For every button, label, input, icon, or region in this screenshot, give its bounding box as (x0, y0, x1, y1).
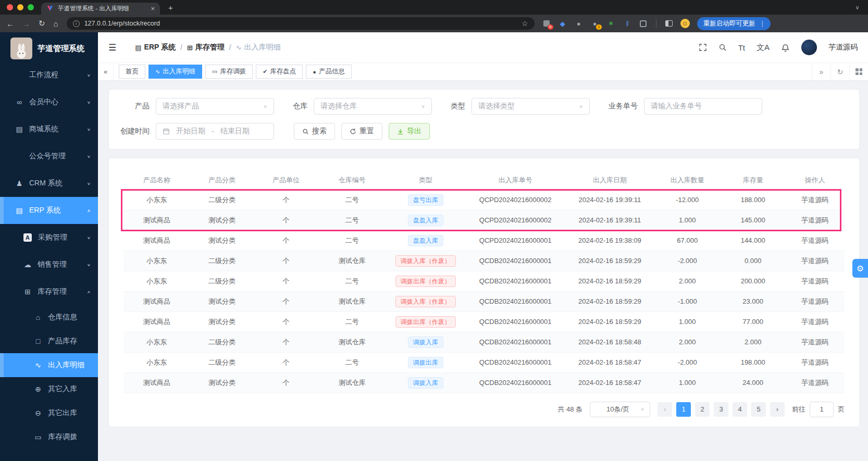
breadcrumb-erp-system[interactable]: ▤ ERP 系统 (135, 43, 176, 52)
cell-order-no: QCDB20240216000001 (465, 271, 565, 291)
search-icon[interactable] (718, 43, 727, 52)
cell-operator: 芋道源码 (785, 210, 845, 230)
sidebar-item-erp-system[interactable]: ▤ ERP 系统 ∧ (0, 197, 98, 224)
cell-order-no: QCDB20240216000001 (465, 332, 565, 352)
breadcrumb-stock-mgmt[interactable]: ⊞ 库存管理 (187, 43, 225, 52)
user-avatar[interactable] (801, 40, 817, 55)
notification-bell-icon[interactable] (781, 43, 790, 52)
page-2[interactable]: 2 (695, 402, 710, 417)
circle-extension-icon[interactable]: ● (574, 19, 584, 28)
page-5[interactable]: 5 (751, 402, 766, 417)
refresh-page-icon[interactable]: ↻ (830, 63, 849, 80)
window-close-button[interactable] (7, 4, 13, 10)
sidebar-item-mall-system[interactable]: ▤ 商城系统 ∨ (0, 116, 98, 143)
chevron-icon: ∨ (87, 181, 91, 185)
search-button[interactable]: 搜索 (294, 123, 335, 140)
sidebar-item-warehouse-info[interactable]: ⌂ 仓库信息 (0, 305, 98, 329)
extensions-puzzle-icon[interactable] (639, 19, 648, 28)
cell-date: 2024-02-16 18:58:47 (565, 352, 654, 372)
chevron-icon: ∨ (87, 100, 91, 104)
reset-button[interactable]: 重置 (341, 123, 382, 140)
tags-scroll-right-icon[interactable]: » (812, 63, 830, 80)
back-button[interactable]: ← (6, 19, 14, 28)
window-zoom-button[interactable] (28, 4, 34, 10)
translate-icon[interactable]: 文A (757, 43, 770, 53)
cell-product-unit: 个 (254, 291, 318, 312)
tab-stock-record[interactable]: ∿ 出入库明细 (148, 65, 202, 79)
tab-close-icon[interactable]: × (151, 5, 155, 13)
date-end-placeholder: 结束日期 (220, 127, 250, 136)
fullscreen-icon[interactable] (699, 43, 707, 52)
browser-update-button[interactable]: 重新启动即可更新 ⋮ (697, 17, 771, 30)
extension-icon[interactable]: 6 (542, 19, 551, 28)
sidebar-item-purchase[interactable]: A 采购管理 ∨ (0, 224, 98, 251)
sidebar-item-stock-move[interactable]: ▭ 库存调拨 (0, 425, 98, 449)
breadcrumb-label: 出入库明细 (244, 43, 281, 52)
sidebar-item-other-in[interactable]: ⊕ 其它入库 (0, 377, 98, 401)
theme-settings-gear-icon[interactable]: ⚙ (852, 259, 868, 278)
date-start-placeholder: 开始日期 (176, 127, 205, 136)
warehouse-select[interactable]: 请选择仓库 ∨ (314, 98, 432, 115)
sidebar-item-official-account[interactable]: 公众号管理 ∨ (0, 143, 98, 170)
star-extension-icon[interactable]: ✶ (606, 19, 616, 28)
bookmark-star-icon[interactable]: ☆ (522, 19, 528, 28)
split-screen-icon[interactable] (664, 19, 674, 28)
page-size-select[interactable]: 10条/页 ∨ (590, 402, 650, 417)
tab-home[interactable]: 首页 (119, 65, 145, 79)
table-row: 测试商品 测试分类 个 测试仓库 调拨入库（作废） QCDB2024021600… (123, 291, 845, 312)
sidebar-item-label: ERP 系统 (29, 206, 87, 215)
window-minimize-button[interactable] (17, 4, 23, 10)
cell-order-no: QCDB20240216000001 (465, 291, 565, 312)
cell-stock: 24.000 (721, 372, 786, 393)
cell-product-category: 二级分类 (190, 251, 254, 271)
table-row: 小东东 二级分类 个 测试仓库 调拨入库 QCDB20240216000001 … (123, 332, 845, 352)
tab-stock-move[interactable]: ▭ 库存调拨 (205, 65, 253, 79)
page-3[interactable]: 3 (714, 402, 728, 417)
diamond-extension-icon[interactable]: ◆ (558, 19, 567, 28)
export-button[interactable]: 导出 (389, 123, 430, 140)
forward-button[interactable]: → (22, 19, 30, 28)
sidebar-item-stock-mgmt[interactable]: ⊞ 库存管理 ∧ (0, 278, 98, 305)
collapse-menu-icon[interactable]: ☰ (108, 42, 116, 53)
product-label: 产品 (115, 102, 150, 111)
bizno-input[interactable]: 请输入业务单号 (644, 98, 762, 115)
sidebar-item-crm-system[interactable]: ♟ CRM 系统 ∨ (0, 170, 98, 197)
browser-menu-icon[interactable]: ⋮ (759, 20, 766, 28)
site-favicon-icon (46, 5, 54, 13)
column-header: 库存量 (721, 171, 786, 190)
next-page-button[interactable]: › (770, 402, 785, 417)
profile-avatar[interactable]: ☺ (680, 19, 690, 28)
prev-page-button[interactable]: ‹ (658, 402, 672, 417)
username[interactable]: 芋道源码 (828, 43, 858, 52)
tab-search-icon[interactable]: ∨ (853, 3, 862, 12)
reload-button[interactable]: ↻ (39, 19, 45, 28)
date-range-input[interactable]: 开始日期 - 结束日期 (156, 123, 274, 140)
sidebar-item-other-out[interactable]: ⊖ 其它出库 (0, 401, 98, 425)
browser-tab[interactable]: 芋道管理系统 - 出入库明细 × (41, 3, 160, 15)
tab-stock-check[interactable]: ✔ 库存盘点 (256, 65, 303, 79)
type-select[interactable]: 请选择类型 ∨ (472, 98, 590, 115)
sidebar-item-member-center[interactable]: ∞ 会员中心 ∨ (0, 89, 98, 116)
sidebar-item-product-stock[interactable]: □ 产品库存 (0, 329, 98, 353)
page-4[interactable]: 4 (733, 402, 747, 417)
tags-scroll-left-icon[interactable]: « (98, 63, 114, 80)
layout-grid-icon[interactable] (849, 63, 868, 80)
app-logo[interactable]: 芋道管理系统 (0, 32, 98, 61)
goto-page-input[interactable] (810, 402, 834, 417)
address-bar[interactable]: i 127.0.0.1/erp/stock/record ☆ (67, 17, 535, 30)
sidebar-item-workflow[interactable]: 工作流程 ∨ (0, 61, 98, 89)
sidebar-item-stock-record[interactable]: ∿ 出入库明细 (0, 353, 98, 377)
font-size-icon[interactable]: Tt (738, 43, 745, 52)
sidebar-item-sales[interactable]: ☁ 销售管理 ∨ (0, 251, 98, 278)
home-button[interactable]: ⌂ (54, 19, 58, 28)
cell-date: 2024-02-16 18:58:47 (565, 372, 654, 393)
product-select[interactable]: 请选择产品 ∨ (156, 98, 274, 115)
site-info-icon[interactable]: i (73, 20, 80, 27)
tab-product-info[interactable]: ● 产品信息 (306, 65, 352, 79)
new-tab-button[interactable]: + (168, 3, 173, 12)
chevrons-extension-icon[interactable]: ∨∨ (623, 19, 632, 28)
extension-icon[interactable]: ●1 (590, 19, 600, 28)
breadcrumb-stock-record[interactable]: ∿ 出入库明细 (236, 43, 281, 52)
page-1[interactable]: 1 (676, 402, 691, 417)
sidebar-item-label: 其它出库 (48, 408, 91, 418)
